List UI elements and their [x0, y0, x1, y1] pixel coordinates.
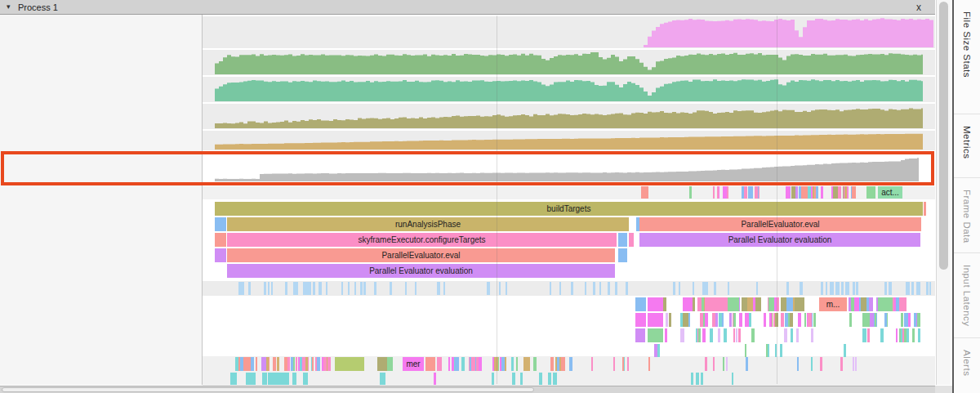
trace-slice[interactable] [896, 328, 898, 342]
trace-slice[interactable] [527, 357, 530, 371]
trace-slice[interactable] [313, 282, 315, 295]
trace-slice[interactable] [248, 357, 252, 371]
trace-slice[interactable] [341, 282, 344, 295]
trace-slice[interactable] [360, 282, 363, 295]
counter-chart-cpu-usage-bazel[interactable] [215, 51, 923, 74]
trace-slice[interactable] [425, 357, 435, 371]
trace-slice[interactable] [648, 313, 663, 327]
trace-slice[interactable] [831, 282, 834, 295]
trace-slice[interactable] [323, 357, 327, 371]
trace-slice[interactable] [764, 313, 766, 327]
trace-slice[interactable] [698, 328, 701, 342]
trace-slice[interactable] [826, 282, 827, 295]
trace-slice[interactable] [555, 357, 557, 371]
trace-slice[interactable] [724, 328, 727, 342]
trace-slice[interactable] [862, 328, 865, 342]
trace-slice[interactable] [622, 357, 624, 371]
trace-slice[interactable] [680, 328, 684, 342]
trace-slice[interactable] [723, 357, 724, 371]
trace-slice[interactable] [648, 297, 663, 311]
trace-slice[interactable] [666, 313, 668, 327]
trace-slice[interactable] [890, 282, 892, 295]
trace-slice[interactable] [906, 282, 908, 295]
trace-slice[interactable] [706, 282, 708, 295]
trace-slice[interactable] [354, 282, 357, 295]
trace-slice[interactable] [374, 282, 376, 295]
trace-slice[interactable] [641, 186, 648, 199]
vertical-scrollbar[interactable] [936, 0, 951, 385]
trace-slice[interactable] [884, 313, 888, 327]
trace-slice[interactable] [880, 328, 883, 342]
tab-metrics[interactable]: Metrics [954, 114, 980, 178]
trace-slice[interactable] [615, 282, 617, 295]
trace-slice[interactable] [849, 313, 852, 327]
trace-slice[interactable] [287, 357, 290, 371]
trace-slice[interactable] [284, 357, 287, 371]
trace-slice[interactable] [713, 186, 715, 199]
trace-slice-mer[interactable]: mer [403, 357, 424, 371]
trace-slice[interactable] [918, 328, 920, 342]
trace-slice[interactable] [717, 186, 719, 199]
trace-slice[interactable] [703, 313, 705, 327]
trace-slice[interactable] [303, 282, 305, 295]
trace-slice[interactable] [808, 186, 811, 199]
trace-slice[interactable] [405, 282, 407, 295]
flame-slice-parallel-evaluator-evaluation[interactable]: Parallel Evaluator evaluation [639, 233, 920, 247]
trace-slice[interactable] [437, 357, 442, 371]
trace-slice[interactable] [820, 357, 822, 371]
trace-slice[interactable] [899, 297, 906, 311]
trace-slice[interactable] [665, 328, 667, 342]
trace-slice[interactable] [285, 282, 287, 295]
trace-slice[interactable] [786, 282, 789, 295]
trace-slice[interactable] [271, 282, 273, 295]
trace-slice[interactable] [718, 328, 720, 342]
trace-slice[interactable] [683, 313, 685, 327]
trace-slice[interactable] [326, 282, 328, 295]
trace-slice[interactable] [790, 313, 794, 327]
trace-slice[interactable] [303, 373, 308, 385]
trace-slice[interactable] [861, 297, 866, 311]
trace-slice[interactable] [884, 297, 889, 311]
trace-slice[interactable] [840, 357, 843, 371]
trace-slice[interactable] [235, 357, 238, 371]
trace-slice[interactable] [434, 373, 436, 385]
trace-slice[interactable] [727, 186, 728, 199]
trace-slice[interactable] [693, 282, 694, 295]
trace-slice[interactable] [585, 282, 586, 295]
trace-slice[interactable] [780, 344, 782, 357]
trace-slice[interactable] [853, 357, 854, 371]
trace-slice[interactable] [327, 357, 331, 371]
trace-slice[interactable] [713, 357, 715, 371]
trace-slice-m-[interactable]: m... [819, 297, 847, 311]
trace-slice[interactable] [811, 357, 813, 371]
trace-slice[interactable] [492, 373, 494, 385]
tab-file-size-stats[interactable]: File Size Stats [954, 0, 980, 114]
trace-slice[interactable] [302, 357, 305, 371]
trace-slice-act-[interactable]: act... [878, 186, 902, 199]
trace-slice[interactable] [853, 282, 855, 295]
trace-slice[interactable] [845, 282, 847, 295]
trace-slice[interactable] [728, 282, 730, 295]
vertical-scrollbar-thumb[interactable] [939, 2, 948, 270]
trace-slice[interactable] [561, 357, 565, 371]
trace-slice[interactable] [811, 328, 813, 342]
trace-slice[interactable] [571, 282, 573, 295]
trace-slice[interactable] [689, 186, 692, 199]
tab-input-latency[interactable]: Input Latency [954, 253, 980, 338]
flame-slice[interactable] [215, 233, 226, 247]
trace-slice[interactable] [691, 373, 694, 385]
trace-slice[interactable] [929, 282, 931, 295]
trace-slice[interactable] [786, 186, 790, 199]
counter-chart-system-load-average[interactable] [215, 155, 919, 181]
tab-alerts[interactable]: Alerts [954, 338, 980, 393]
trace-slice[interactable] [683, 297, 693, 311]
trace-slice[interactable] [833, 186, 838, 199]
trace-slice[interactable] [292, 373, 296, 385]
trace-slice[interactable] [294, 282, 296, 295]
trace-slice[interactable] [261, 357, 265, 371]
trace-slice[interactable] [785, 313, 788, 327]
counter-chart-action-count[interactable] [215, 17, 933, 47]
trace-slice[interactable] [719, 313, 722, 327]
trace-slice[interactable] [319, 282, 322, 295]
trace-slice[interactable] [286, 373, 289, 385]
